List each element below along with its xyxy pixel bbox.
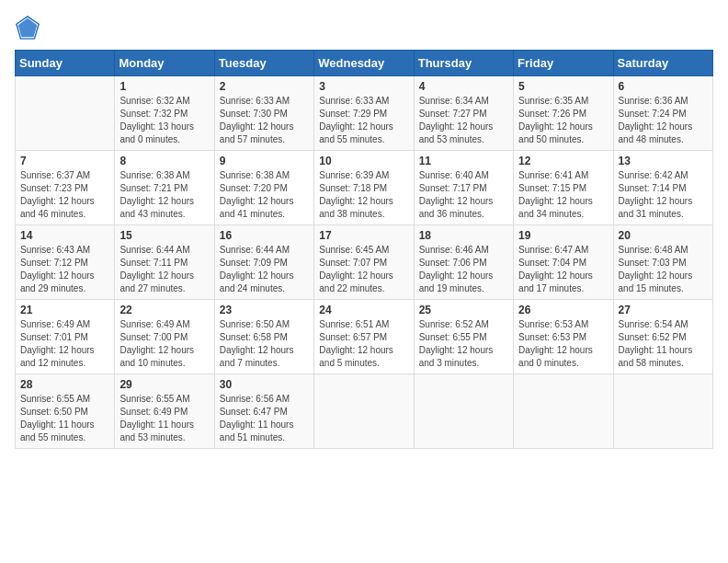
day-number: 30: [220, 378, 309, 391]
calendar-cell: 9Sunrise: 6:38 AM Sunset: 7:20 PM Daylig…: [214, 151, 313, 225]
calendar-cell: 28Sunrise: 6:55 AM Sunset: 6:50 PM Dayli…: [16, 374, 115, 449]
day-number: 26: [518, 304, 608, 316]
day-content: Sunrise: 6:54 AM Sunset: 6:52 PM Dayligh…: [619, 318, 708, 370]
day-content: Sunrise: 6:56 AM Sunset: 6:47 PM Dayligh…: [220, 393, 309, 444]
day-content: Sunrise: 6:38 AM Sunset: 7:20 PM Dayligh…: [220, 169, 309, 221]
calendar-week-4: 21Sunrise: 6:49 AM Sunset: 7:01 PM Dayli…: [16, 300, 713, 374]
weekday-header-monday: Monday: [115, 51, 214, 76]
calendar-cell: 12Sunrise: 6:41 AM Sunset: 7:15 PM Dayli…: [514, 151, 613, 225]
calendar-cell: 10Sunrise: 6:39 AM Sunset: 7:18 PM Dayli…: [314, 151, 414, 225]
day-content: Sunrise: 6:47 AM Sunset: 7:04 PM Dayligh…: [518, 244, 608, 295]
day-number: 12: [518, 155, 608, 167]
day-number: 1: [119, 80, 209, 93]
day-number: 7: [20, 155, 109, 167]
weekday-header-friday: Friday: [514, 51, 613, 76]
day-content: Sunrise: 6:33 AM Sunset: 7:29 PM Dayligh…: [319, 95, 408, 146]
day-content: Sunrise: 6:48 AM Sunset: 7:03 PM Dayligh…: [619, 244, 708, 295]
day-number: 29: [119, 378, 209, 391]
weekday-header-sunday: Sunday: [16, 51, 115, 76]
calendar-cell: 26Sunrise: 6:53 AM Sunset: 6:53 PM Dayli…: [514, 300, 613, 374]
calendar-cell: 25Sunrise: 6:52 AM Sunset: 6:55 PM Dayli…: [414, 300, 513, 374]
calendar-cell: [414, 374, 513, 449]
day-content: Sunrise: 6:38 AM Sunset: 7:21 PM Dayligh…: [119, 169, 209, 221]
calendar-cell: 22Sunrise: 6:49 AM Sunset: 7:00 PM Dayli…: [115, 300, 214, 374]
day-number: 17: [319, 229, 408, 242]
day-number: 25: [419, 304, 508, 316]
day-number: 28: [20, 378, 109, 391]
day-number: 15: [119, 229, 209, 242]
day-number: 3: [319, 80, 408, 93]
day-number: 23: [220, 304, 309, 316]
day-number: 5: [518, 80, 608, 93]
day-content: Sunrise: 6:37 AM Sunset: 7:23 PM Dayligh…: [20, 169, 109, 221]
calendar-table: SundayMondayTuesdayWednesdayThursdayFrid…: [15, 50, 713, 449]
day-number: 20: [619, 229, 708, 242]
day-number: 19: [518, 229, 608, 242]
day-content: Sunrise: 6:35 AM Sunset: 7:26 PM Dayligh…: [518, 95, 608, 146]
day-content: Sunrise: 6:36 AM Sunset: 7:24 PM Dayligh…: [619, 95, 708, 146]
calendar-cell: [16, 76, 115, 151]
weekday-header-saturday: Saturday: [613, 51, 712, 76]
day-content: Sunrise: 6:44 AM Sunset: 7:09 PM Dayligh…: [220, 244, 309, 295]
day-content: Sunrise: 6:39 AM Sunset: 7:18 PM Dayligh…: [319, 169, 408, 221]
calendar-cell: [514, 374, 613, 449]
day-number: 10: [319, 155, 408, 167]
calendar-cell: 5Sunrise: 6:35 AM Sunset: 7:26 PM Daylig…: [514, 76, 613, 151]
day-number: 16: [220, 229, 309, 242]
weekday-header-tuesday: Tuesday: [214, 51, 313, 76]
calendar-cell: 19Sunrise: 6:47 AM Sunset: 7:04 PM Dayli…: [514, 225, 613, 300]
day-content: Sunrise: 6:55 AM Sunset: 6:50 PM Dayligh…: [20, 393, 109, 444]
calendar-cell: 4Sunrise: 6:34 AM Sunset: 7:27 PM Daylig…: [414, 76, 513, 151]
calendar-cell: 6Sunrise: 6:36 AM Sunset: 7:24 PM Daylig…: [613, 76, 712, 151]
calendar-cell: 11Sunrise: 6:40 AM Sunset: 7:17 PM Dayli…: [414, 151, 513, 225]
calendar-cell: 18Sunrise: 6:46 AM Sunset: 7:06 PM Dayli…: [414, 225, 513, 300]
day-number: 8: [119, 155, 209, 167]
calendar-cell: 21Sunrise: 6:49 AM Sunset: 7:01 PM Dayli…: [16, 300, 115, 374]
calendar-cell: 3Sunrise: 6:33 AM Sunset: 7:29 PM Daylig…: [314, 76, 414, 151]
calendar-cell: 23Sunrise: 6:50 AM Sunset: 6:58 PM Dayli…: [214, 300, 313, 374]
day-content: Sunrise: 6:51 AM Sunset: 6:57 PM Dayligh…: [319, 318, 408, 370]
day-number: 21: [20, 304, 109, 316]
day-content: Sunrise: 6:52 AM Sunset: 6:55 PM Dayligh…: [419, 318, 508, 370]
calendar-cell: 1Sunrise: 6:32 AM Sunset: 7:32 PM Daylig…: [115, 76, 214, 151]
calendar-cell: 13Sunrise: 6:42 AM Sunset: 7:14 PM Dayli…: [613, 151, 712, 225]
calendar-cell: 15Sunrise: 6:44 AM Sunset: 7:11 PM Dayli…: [115, 225, 214, 300]
weekday-header-wednesday: Wednesday: [314, 51, 414, 76]
calendar-cell: 30Sunrise: 6:56 AM Sunset: 6:47 PM Dayli…: [214, 374, 313, 449]
day-number: 14: [20, 229, 109, 242]
weekday-header-thursday: Thursday: [414, 51, 513, 76]
calendar-cell: 27Sunrise: 6:54 AM Sunset: 6:52 PM Dayli…: [613, 300, 712, 374]
calendar-week-5: 28Sunrise: 6:55 AM Sunset: 6:50 PM Dayli…: [16, 374, 713, 449]
calendar-week-1: 1Sunrise: 6:32 AM Sunset: 7:32 PM Daylig…: [16, 76, 713, 151]
day-content: Sunrise: 6:41 AM Sunset: 7:15 PM Dayligh…: [518, 169, 608, 221]
day-content: Sunrise: 6:33 AM Sunset: 7:30 PM Dayligh…: [220, 95, 309, 146]
day-content: Sunrise: 6:55 AM Sunset: 6:49 PM Dayligh…: [119, 393, 209, 444]
day-content: Sunrise: 6:49 AM Sunset: 7:00 PM Dayligh…: [119, 318, 209, 370]
calendar-cell: 16Sunrise: 6:44 AM Sunset: 7:09 PM Dayli…: [214, 225, 313, 300]
day-content: Sunrise: 6:43 AM Sunset: 7:12 PM Dayligh…: [20, 244, 109, 295]
day-content: Sunrise: 6:32 AM Sunset: 7:32 PM Dayligh…: [119, 95, 209, 146]
page-header: [15, 15, 713, 40]
day-number: 27: [619, 304, 708, 316]
day-number: 22: [119, 304, 209, 316]
day-content: Sunrise: 6:40 AM Sunset: 7:17 PM Dayligh…: [419, 169, 508, 221]
day-content: Sunrise: 6:49 AM Sunset: 7:01 PM Dayligh…: [20, 318, 109, 370]
day-content: Sunrise: 6:34 AM Sunset: 7:27 PM Dayligh…: [419, 95, 508, 146]
day-content: Sunrise: 6:46 AM Sunset: 7:06 PM Dayligh…: [419, 244, 508, 295]
calendar-cell: 17Sunrise: 6:45 AM Sunset: 7:07 PM Dayli…: [314, 225, 414, 300]
day-number: 9: [220, 155, 309, 167]
day-content: Sunrise: 6:50 AM Sunset: 6:58 PM Dayligh…: [220, 318, 309, 370]
calendar-week-3: 14Sunrise: 6:43 AM Sunset: 7:12 PM Dayli…: [16, 225, 713, 300]
day-content: Sunrise: 6:44 AM Sunset: 7:11 PM Dayligh…: [119, 244, 209, 295]
calendar-cell: 2Sunrise: 6:33 AM Sunset: 7:30 PM Daylig…: [214, 76, 313, 151]
day-number: 6: [619, 80, 708, 93]
day-number: 4: [419, 80, 508, 93]
calendar-week-2: 7Sunrise: 6:37 AM Sunset: 7:23 PM Daylig…: [16, 151, 713, 225]
calendar-cell: 20Sunrise: 6:48 AM Sunset: 7:03 PM Dayli…: [613, 225, 712, 300]
logo: [15, 15, 44, 40]
calendar-cell: 7Sunrise: 6:37 AM Sunset: 7:23 PM Daylig…: [16, 151, 115, 225]
day-number: 13: [619, 155, 708, 167]
logo-icon: [15, 15, 40, 40]
calendar-cell: 8Sunrise: 6:38 AM Sunset: 7:21 PM Daylig…: [115, 151, 214, 225]
day-number: 24: [319, 304, 408, 316]
